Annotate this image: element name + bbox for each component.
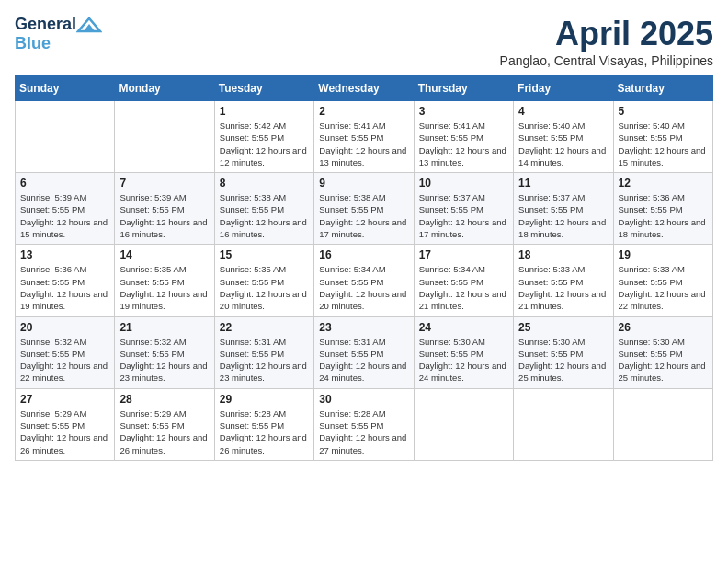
calendar-week-row: 6Sunrise: 5:39 AM Sunset: 5:55 PM Daylig…	[16, 173, 713, 245]
calendar-week-row: 20Sunrise: 5:32 AM Sunset: 5:55 PM Dayli…	[16, 316, 713, 388]
weekday-header-thursday: Thursday	[414, 76, 513, 101]
day-number: 3	[419, 105, 508, 118]
day-number: 14	[119, 248, 209, 261]
day-info: Sunrise: 5:37 AM Sunset: 5:55 PM Dayligh…	[419, 191, 508, 240]
day-number: 15	[220, 248, 309, 261]
calendar-cell: 3Sunrise: 5:41 AM Sunset: 5:55 PM Daylig…	[414, 101, 513, 173]
day-number: 7	[119, 177, 209, 190]
calendar-cell: 13Sunrise: 5:36 AM Sunset: 5:55 PM Dayli…	[16, 245, 115, 316]
calendar-week-row: 1Sunrise: 5:42 AM Sunset: 5:55 PM Daylig…	[16, 101, 713, 173]
calendar-cell: 11Sunrise: 5:37 AM Sunset: 5:55 PM Dayli…	[514, 173, 613, 245]
day-info: Sunrise: 5:30 AM Sunset: 5:55 PM Dayligh…	[518, 336, 608, 385]
day-number: 5	[619, 105, 708, 118]
calendar-cell: 2Sunrise: 5:41 AM Sunset: 5:55 PM Daylig…	[314, 101, 414, 173]
day-info: Sunrise: 5:33 AM Sunset: 5:55 PM Dayligh…	[619, 263, 708, 312]
calendar-cell: 27Sunrise: 5:29 AM Sunset: 5:55 PM Dayli…	[16, 388, 115, 460]
logo: General Blue	[15, 15, 102, 52]
calendar-week-row: 27Sunrise: 5:29 AM Sunset: 5:55 PM Dayli…	[16, 388, 713, 460]
day-info: Sunrise: 5:42 AM Sunset: 5:55 PM Dayligh…	[220, 120, 309, 168]
day-number: 27	[20, 393, 109, 406]
day-info: Sunrise: 5:41 AM Sunset: 5:55 PM Dayligh…	[319, 120, 408, 168]
day-info: Sunrise: 5:36 AM Sunset: 5:55 PM Dayligh…	[619, 191, 708, 240]
calendar-cell: 23Sunrise: 5:31 AM Sunset: 5:55 PM Dayli…	[314, 316, 414, 388]
title-block: April 2025 Panglao, Central Visayas, Phi…	[500, 15, 713, 68]
calendar-header-row: SundayMondayTuesdayWednesdayThursdayFrid…	[16, 76, 713, 101]
day-number: 10	[419, 177, 508, 190]
day-number: 29	[220, 393, 309, 406]
day-info: Sunrise: 5:32 AM Sunset: 5:55 PM Dayligh…	[119, 336, 209, 385]
day-info: Sunrise: 5:34 AM Sunset: 5:55 PM Dayligh…	[419, 263, 508, 312]
day-number: 9	[319, 177, 408, 190]
calendar-cell	[414, 388, 513, 460]
calendar-cell: 15Sunrise: 5:35 AM Sunset: 5:55 PM Dayli…	[214, 245, 313, 316]
day-number: 2	[319, 105, 408, 118]
calendar-cell: 19Sunrise: 5:33 AM Sunset: 5:55 PM Dayli…	[613, 245, 712, 316]
day-info: Sunrise: 5:28 AM Sunset: 5:55 PM Dayligh…	[220, 408, 309, 456]
day-number: 22	[220, 321, 309, 334]
calendar-cell	[613, 388, 712, 460]
day-info: Sunrise: 5:35 AM Sunset: 5:55 PM Dayligh…	[220, 263, 309, 312]
calendar-cell: 4Sunrise: 5:40 AM Sunset: 5:55 PM Daylig…	[514, 101, 613, 173]
calendar-cell: 17Sunrise: 5:34 AM Sunset: 5:55 PM Dayli…	[414, 245, 513, 316]
day-info: Sunrise: 5:39 AM Sunset: 5:55 PM Dayligh…	[119, 191, 209, 240]
day-info: Sunrise: 5:29 AM Sunset: 5:55 PM Dayligh…	[20, 408, 109, 456]
day-number: 21	[119, 321, 209, 334]
day-number: 30	[319, 393, 408, 406]
svg-marker-1	[84, 24, 95, 31]
day-info: Sunrise: 5:41 AM Sunset: 5:55 PM Dayligh…	[419, 120, 508, 168]
calendar-cell: 12Sunrise: 5:36 AM Sunset: 5:55 PM Dayli…	[613, 173, 712, 245]
weekday-header-sunday: Sunday	[16, 76, 115, 101]
day-info: Sunrise: 5:30 AM Sunset: 5:55 PM Dayligh…	[619, 336, 708, 385]
weekday-header-monday: Monday	[115, 76, 214, 101]
day-info: Sunrise: 5:38 AM Sunset: 5:55 PM Dayligh…	[220, 191, 309, 240]
calendar-cell: 1Sunrise: 5:42 AM Sunset: 5:55 PM Daylig…	[214, 101, 313, 173]
weekday-header-wednesday: Wednesday	[314, 76, 414, 101]
calendar-cell	[514, 388, 613, 460]
calendar-cell: 26Sunrise: 5:30 AM Sunset: 5:55 PM Dayli…	[613, 316, 712, 388]
day-number: 26	[619, 321, 708, 334]
calendar-week-row: 13Sunrise: 5:36 AM Sunset: 5:55 PM Dayli…	[16, 245, 713, 316]
day-number: 4	[518, 105, 608, 118]
day-info: Sunrise: 5:39 AM Sunset: 5:55 PM Dayligh…	[20, 191, 109, 240]
calendar-cell: 21Sunrise: 5:32 AM Sunset: 5:55 PM Dayli…	[115, 316, 214, 388]
calendar-cell: 29Sunrise: 5:28 AM Sunset: 5:55 PM Dayli…	[214, 388, 313, 460]
logo-icon	[76, 17, 102, 33]
day-info: Sunrise: 5:35 AM Sunset: 5:55 PM Dayligh…	[119, 263, 209, 312]
weekday-header-tuesday: Tuesday	[214, 76, 313, 101]
calendar-cell: 6Sunrise: 5:39 AM Sunset: 5:55 PM Daylig…	[16, 173, 115, 245]
day-number: 18	[518, 248, 608, 261]
day-info: Sunrise: 5:38 AM Sunset: 5:55 PM Dayligh…	[319, 191, 408, 240]
day-number: 17	[419, 248, 508, 261]
day-number: 20	[20, 321, 109, 334]
day-number: 6	[20, 177, 109, 190]
day-info: Sunrise: 5:36 AM Sunset: 5:55 PM Dayligh…	[20, 263, 109, 312]
day-number: 23	[319, 321, 408, 334]
day-number: 16	[319, 248, 408, 261]
page-header: General Blue April 2025 Panglao, Central…	[15, 15, 713, 68]
day-info: Sunrise: 5:34 AM Sunset: 5:55 PM Dayligh…	[319, 263, 408, 312]
day-number: 1	[220, 105, 309, 118]
calendar-cell: 14Sunrise: 5:35 AM Sunset: 5:55 PM Dayli…	[115, 245, 214, 316]
calendar-cell: 8Sunrise: 5:38 AM Sunset: 5:55 PM Daylig…	[214, 173, 313, 245]
calendar-cell: 10Sunrise: 5:37 AM Sunset: 5:55 PM Dayli…	[414, 173, 513, 245]
day-number: 19	[619, 248, 708, 261]
day-info: Sunrise: 5:31 AM Sunset: 5:55 PM Dayligh…	[319, 336, 408, 385]
day-info: Sunrise: 5:31 AM Sunset: 5:55 PM Dayligh…	[220, 336, 309, 385]
day-number: 28	[119, 393, 209, 406]
calendar-cell: 5Sunrise: 5:40 AM Sunset: 5:55 PM Daylig…	[613, 101, 712, 173]
day-number: 13	[20, 248, 109, 261]
day-info: Sunrise: 5:30 AM Sunset: 5:55 PM Dayligh…	[419, 336, 508, 385]
location: Panglao, Central Visayas, Philippines	[500, 53, 713, 68]
calendar-cell: 20Sunrise: 5:32 AM Sunset: 5:55 PM Dayli…	[16, 316, 115, 388]
calendar-cell: 28Sunrise: 5:29 AM Sunset: 5:55 PM Dayli…	[115, 388, 214, 460]
calendar-table: SundayMondayTuesdayWednesdayThursdayFrid…	[15, 75, 713, 461]
day-info: Sunrise: 5:40 AM Sunset: 5:55 PM Dayligh…	[518, 120, 608, 168]
day-number: 25	[518, 321, 608, 334]
weekday-header-friday: Friday	[514, 76, 613, 101]
calendar-cell: 18Sunrise: 5:33 AM Sunset: 5:55 PM Dayli…	[514, 245, 613, 316]
calendar-cell: 25Sunrise: 5:30 AM Sunset: 5:55 PM Dayli…	[514, 316, 613, 388]
calendar-cell: 24Sunrise: 5:30 AM Sunset: 5:55 PM Dayli…	[414, 316, 513, 388]
weekday-header-saturday: Saturday	[613, 76, 712, 101]
calendar-cell	[115, 101, 214, 173]
day-number: 8	[220, 177, 309, 190]
